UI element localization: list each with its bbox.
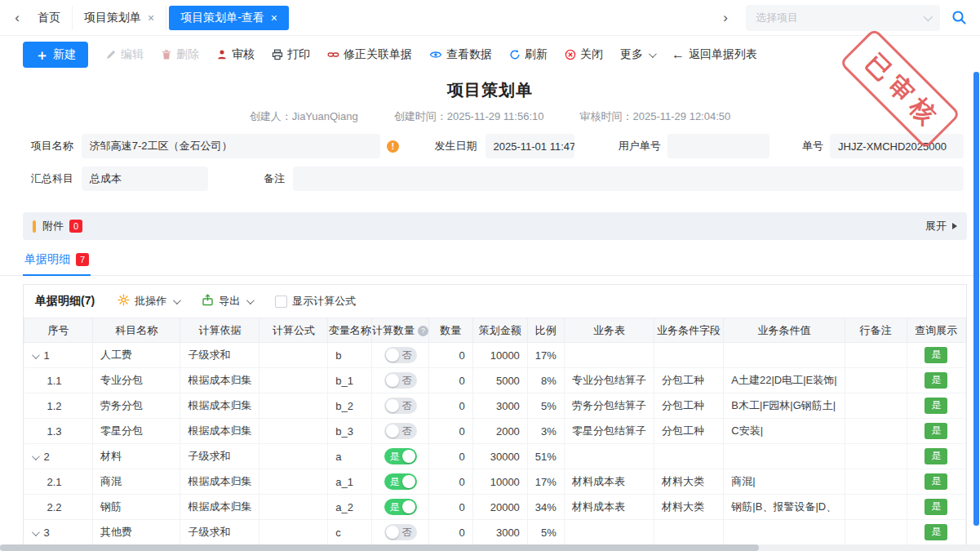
horizontal-scrollbar-thumb[interactable] — [0, 544, 759, 551]
cell-biz_table — [564, 343, 654, 368]
cell-amount: 2000 — [472, 419, 527, 444]
creator-info: 创建人：JiaYuanQiang — [250, 109, 358, 124]
calc-qty-switch[interactable]: 否 — [384, 372, 417, 389]
view-data-button[interactable]: 查看数据 — [429, 47, 492, 62]
calc-qty-switch[interactable]: 是 — [384, 473, 417, 490]
table-row[interactable]: 2.1商混根据成本归集a_1是01000017%材料成本表材料大类商混|是 — [24, 469, 966, 495]
cell-query_display: 是 — [907, 368, 965, 393]
info-icon[interactable]: ! — [387, 140, 399, 153]
top-tab-bar: ‹ 首页项目策划单×项目策划单-查看× › 选择项目 — [0, 0, 980, 36]
tab-detail[interactable]: 单据明细 7 — [23, 248, 91, 276]
switch-knob — [386, 526, 399, 539]
cell-formula — [259, 368, 328, 393]
seq-value: 1.1 — [47, 375, 62, 387]
vertical-scrollbar[interactable] — [973, 72, 979, 526]
cell-biz_table: 专业分包结算子 — [564, 368, 654, 393]
project-name-input[interactable]: 济邹高速7-2工区（金石公司） — [82, 134, 380, 158]
print-button-label: 打印 — [287, 47, 310, 62]
close-button[interactable]: 关闭 — [565, 47, 603, 62]
more-button[interactable]: 更多 — [620, 47, 654, 62]
switch-knob — [402, 500, 415, 513]
doc-no-input[interactable]: JHJZ-XMCHD2025000 — [830, 134, 964, 158]
project-select[interactable]: 选择项目 — [746, 5, 940, 31]
cell-calc_qty: 是 — [372, 495, 429, 520]
audit-button[interactable]: 审核 — [216, 47, 255, 62]
new-button[interactable]: ＋新建 — [23, 42, 88, 68]
seq-value: 2 — [44, 451, 50, 463]
cell-seq: 1.2 — [24, 393, 93, 419]
attachment-bar[interactable]: 附件 0 展开 — [23, 212, 967, 240]
back-to-list-button[interactable]: ← 返回单据列表 — [672, 47, 757, 62]
cell-subject: 劳务分包 — [92, 393, 180, 419]
delete-button[interactable]: 删除 — [161, 47, 199, 62]
column-header-13: 查询展示 — [907, 318, 965, 343]
batch-operation-button[interactable]: 批操作 — [118, 294, 179, 309]
tab-item-0[interactable]: 首页 — [26, 6, 73, 30]
expand-button[interactable]: 展开 — [925, 219, 957, 233]
created-value: 2025-11-29 11:56:10 — [447, 110, 544, 122]
caret-down-icon[interactable] — [31, 351, 39, 359]
calc-qty-switch[interactable]: 否 — [384, 524, 417, 540]
caret-down-icon[interactable] — [31, 452, 39, 460]
cell-ratio: 5% — [527, 393, 564, 419]
cell-seq: 2.2 — [24, 495, 93, 520]
column-header-6: 数量 — [429, 318, 473, 343]
occur-date-input[interactable]: 2025-11-01 11:47: — [486, 134, 575, 158]
table-row[interactable]: 2材料子级求和a是03000051%是 — [24, 444, 966, 469]
column-header-12: 行备注 — [845, 318, 907, 343]
table-row[interactable]: 2.2钢筋根据成本归集a_2是02000034%材料成本表材料大类钢筋|B、报警… — [24, 495, 966, 520]
tabs-scroll-right-icon[interactable]: › — [716, 10, 734, 26]
cell-query_display: 是 — [907, 469, 965, 495]
seq-value: 1 — [44, 349, 50, 362]
user-no-input[interactable] — [667, 134, 769, 158]
column-header-0: 序号 — [24, 318, 93, 343]
link-docs-icon — [327, 49, 339, 60]
chevron-down-icon — [649, 50, 657, 58]
fix-related-button[interactable]: 修正关联单据 — [327, 47, 412, 62]
cell-biz_table: 零星分包结算子 — [564, 419, 654, 444]
tabs-scroll-left-icon[interactable]: ‹ — [8, 10, 26, 26]
tab-item-1[interactable]: 项目策划单× — [73, 6, 166, 30]
cell-formula — [259, 469, 328, 495]
show-formula-toggle[interactable]: 显示计算公式 — [275, 294, 356, 309]
refresh-button[interactable]: 刷新 — [509, 47, 548, 62]
checkbox-icon[interactable] — [275, 295, 287, 308]
cell-ratio: 8% — [527, 368, 564, 393]
horizontal-scrollbar-track[interactable] — [0, 544, 980, 551]
table-row[interactable]: 1.2劳务分包根据成本归集b_2否030005%劳务分包结算子分包工种B木工|F… — [24, 393, 966, 419]
cell-query_display: 是 — [907, 393, 965, 419]
cell-biz_field — [654, 444, 723, 469]
cell-ratio: 51% — [527, 444, 564, 469]
cell-variable: b_3 — [328, 419, 372, 444]
tab-item-2[interactable]: 项目策划单-查看× — [169, 6, 289, 30]
cell-calc_qty: 是 — [372, 444, 429, 469]
table-row[interactable]: 1.1专业分包根据成本归集b_1否050008%专业分包结算子分包工种A土建22… — [24, 368, 966, 393]
column-header-4: 变量名称 — [328, 318, 372, 343]
cell-biz_table — [564, 520, 654, 545]
switch-label: 否 — [402, 374, 412, 388]
switch-knob — [386, 424, 399, 438]
pencil-icon — [105, 49, 117, 60]
calc-qty-switch[interactable]: 否 — [384, 398, 417, 414]
cell-biz_field: 分包工种 — [654, 368, 723, 393]
table-row[interactable]: 1.3零星分包根据成本归集b_3否020003%零星分包结算子分包工种C安装|是 — [24, 419, 966, 444]
calc-qty-switch[interactable]: 否 — [384, 423, 417, 439]
table-row[interactable]: 3其他费子级求和c否030005%是 — [24, 520, 966, 545]
close-icon[interactable]: × — [271, 12, 277, 24]
print-button[interactable]: 打印 — [272, 47, 310, 62]
search-icon[interactable] — [951, 10, 967, 25]
calc-qty-switch[interactable]: 否 — [384, 347, 417, 363]
calc-qty-switch[interactable]: 是 — [384, 499, 417, 515]
edit-button[interactable]: 编辑 — [105, 47, 144, 62]
fix-related-label: 修正关联单据 — [344, 47, 412, 62]
detail-tabs: 单据明细 7 — [0, 248, 980, 276]
audit-user-icon — [216, 49, 228, 60]
export-button[interactable]: 导出 — [202, 294, 252, 309]
close-icon[interactable]: × — [148, 12, 154, 24]
calc-qty-switch[interactable]: 是 — [384, 448, 417, 464]
remark-input[interactable] — [293, 167, 964, 191]
table-row[interactable]: 1人工费子级求和b否01000017%是 — [24, 343, 966, 368]
query-display-badge: 是 — [925, 398, 947, 414]
summary-subject-input[interactable]: 总成本 — [82, 167, 208, 191]
caret-down-icon[interactable] — [31, 528, 39, 536]
